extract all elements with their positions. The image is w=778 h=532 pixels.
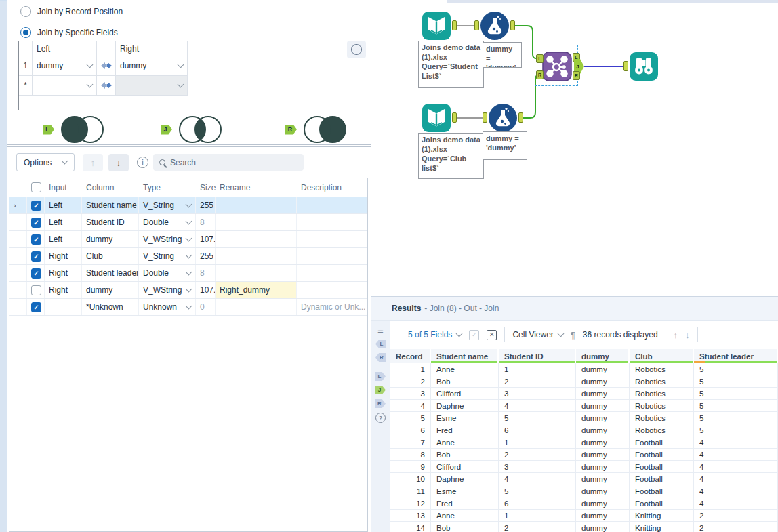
fields-table-row[interactable]: › Right Student leader Double 8 [9, 265, 367, 282]
col-header-dummy[interactable]: dummy [576, 349, 630, 363]
cell-size[interactable]: 255 [196, 197, 216, 213]
radio-icon[interactable] [20, 6, 31, 17]
cell-description[interactable] [297, 282, 367, 298]
cell-rename[interactable] [216, 214, 297, 230]
cell-type-dropdown[interactable]: V_String [139, 197, 196, 213]
annotation-formula-2[interactable]: dummy = 'dummy' [483, 131, 527, 160]
cell-description[interactable]: Dynamic or Unk... [297, 299, 367, 315]
input-anchor[interactable] [483, 112, 487, 123]
join-input-anchor-L[interactable]: L [536, 54, 544, 63]
output-anchor[interactable] [518, 112, 523, 123]
info-icon[interactable]: i [137, 157, 148, 168]
cell-size[interactable]: 107... [196, 282, 216, 298]
select-all-checkbox-cell[interactable] [27, 178, 45, 197]
col-header-club[interactable]: Club [630, 349, 694, 363]
input-anchor[interactable] [474, 20, 479, 30]
select-fields-icon[interactable]: ✓ [469, 330, 479, 340]
join-input-anchor-R[interactable]: R [536, 70, 544, 79]
cell-rename[interactable] [216, 265, 297, 281]
row-checkbox-cell[interactable] [27, 197, 45, 213]
fields-filter-dropdown[interactable]: 5 of 5 Fields [408, 330, 462, 340]
row-checkbox[interactable] [31, 285, 41, 295]
cell-description[interactable] [297, 197, 367, 213]
cell-rename[interactable] [216, 231, 297, 247]
cell-type-dropdown[interactable]: Double [139, 214, 196, 230]
workflow-canvas[interactable]: Joins demo data (1).xlsx Query=`Student … [371, 0, 778, 296]
input-data-tool-1[interactable] [422, 11, 451, 41]
row-checkbox[interactable] [31, 251, 41, 262]
cell-type-dropdown[interactable]: V_WString [139, 282, 196, 298]
cell-type-dropdown[interactable]: V_WString [139, 231, 196, 247]
output-anchor[interactable] [452, 112, 457, 123]
output-anchor[interactable] [452, 20, 457, 30]
fields-table-row[interactable]: › *Unknown Unknown 0 Dynamic or Unk... [9, 299, 367, 316]
remove-join-row-button[interactable] [347, 41, 366, 58]
cell-type-dropdown[interactable]: V_String [139, 248, 196, 264]
radio-join-by-record-position[interactable]: Join by Record Position [20, 5, 123, 18]
cell-size[interactable]: 255 [196, 248, 216, 264]
cell-size[interactable]: 0 [196, 299, 216, 315]
cell-description[interactable] [297, 231, 367, 247]
row-checkbox-cell[interactable] [27, 282, 45, 298]
row-checkbox-cell[interactable] [27, 265, 45, 281]
row-checkbox[interactable] [31, 268, 41, 279]
select-all-checkbox[interactable] [31, 182, 41, 192]
cell-description[interactable] [297, 265, 367, 281]
fields-table-row[interactable]: › Left Student name V_String 255 [9, 197, 367, 214]
search-field[interactable] [153, 154, 304, 171]
swap-fields-buttons[interactable] [97, 56, 116, 76]
input-data-tool-2[interactable] [422, 103, 451, 133]
join-output-anchor-R[interactable]: R [573, 71, 580, 80]
col-header-record[interactable]: Record [390, 349, 431, 363]
formula-tool-2[interactable] [488, 103, 518, 133]
options-dropdown-button[interactable]: Options [16, 153, 75, 171]
scroll-up-button[interactable]: ↑ [674, 330, 678, 340]
fields-table-row[interactable]: › Right dummy V_WString 107... Right_dum… [9, 282, 367, 299]
cell-type-dropdown[interactable]: Unknown [139, 299, 196, 315]
radio-join-by-specific-fields[interactable]: Join by Specific Fields [20, 26, 118, 39]
browse-tool[interactable] [629, 52, 659, 81]
move-down-button[interactable]: ↓ [108, 154, 129, 171]
row-checkbox-cell[interactable] [27, 299, 45, 315]
whitespace-toggle-icon[interactable]: ¶ [571, 330, 575, 340]
annotation-input-1[interactable]: Joins demo data (1).xlsx Query=`Student … [418, 41, 484, 88]
input-L-tab[interactable]: L [375, 340, 386, 348]
output-anchor[interactable] [510, 20, 515, 30]
fields-table-row[interactable]: › Left Student ID Double 8 [9, 214, 367, 231]
col-header-student-id[interactable]: Student ID [499, 349, 576, 363]
row-checkbox[interactable] [31, 302, 41, 312]
output-R-tab[interactable]: R [375, 399, 386, 408]
cell-rename[interactable] [216, 248, 297, 264]
scroll-down-button[interactable]: ↓ [685, 330, 690, 340]
row-checkbox-cell[interactable] [27, 231, 45, 247]
cell-size[interactable]: 8 [196, 214, 216, 230]
input-R-tab[interactable]: R [375, 353, 386, 362]
fields-table-row[interactable]: › Left dummy V_WString 107... [9, 231, 367, 248]
left-field-dropdown[interactable]: dummy [33, 56, 97, 76]
row-checkbox-cell[interactable] [27, 214, 45, 230]
row-checkbox[interactable] [31, 234, 41, 245]
cell-description[interactable] [297, 248, 367, 264]
help-icon[interactable]: ? [375, 413, 386, 423]
annotation-input-2[interactable]: Joins demo data (1).xlsx Query=`Club lis… [418, 133, 484, 179]
metadata-list-icon[interactable]: ≡ [377, 327, 384, 335]
fields-table-row[interactable]: › Right Club V_String 255 [9, 248, 367, 265]
cell-size[interactable]: 107... [196, 231, 216, 247]
swap-fields-buttons[interactable] [97, 76, 116, 96]
col-header-student-leader[interactable]: Student leader [694, 349, 778, 363]
col-header-student-name[interactable]: Student name [431, 349, 499, 363]
radio-icon-selected[interactable] [20, 27, 31, 38]
row-checkbox-cell[interactable] [27, 248, 45, 264]
output-J-tab-active[interactable]: J [375, 386, 386, 394]
cell-rename[interactable]: Right_dummy [216, 282, 297, 298]
cell-size[interactable]: 8 [196, 265, 216, 281]
left-field-dropdown-empty[interactable] [33, 76, 97, 96]
row-checkbox[interactable] [31, 201, 41, 211]
cell-rename[interactable] [216, 197, 297, 213]
cell-viewer-dropdown[interactable]: Cell Viewer [512, 330, 562, 340]
cell-type-dropdown[interactable]: Double [139, 265, 196, 281]
move-up-button[interactable]: ↑ [83, 154, 103, 171]
right-field-dropdown[interactable]: dummy [116, 56, 188, 76]
deselect-fields-icon[interactable]: ✕ [487, 330, 497, 340]
cell-rename[interactable] [216, 299, 297, 315]
